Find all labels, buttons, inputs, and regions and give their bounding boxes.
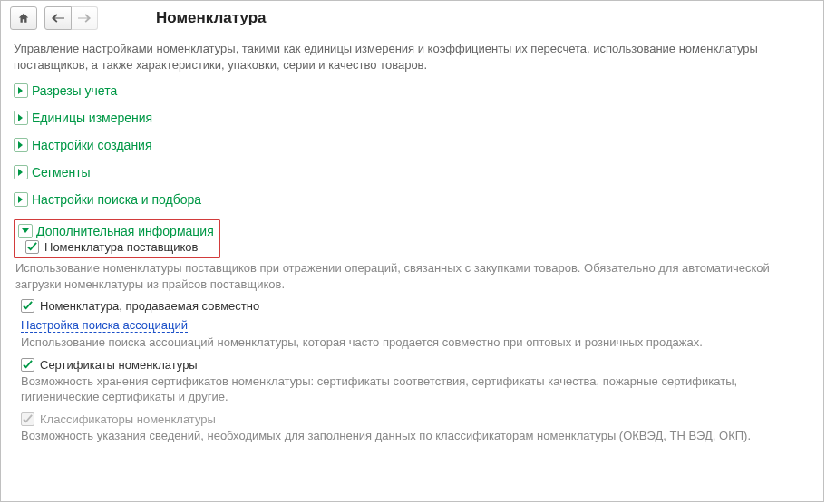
chevron-right-icon — [14, 111, 28, 125]
section-title: Разрезы учета — [32, 83, 117, 98]
window: Номенклатура Управление настройками номе… — [0, 0, 824, 502]
section-additional-info: Дополнительная информация Номенклатура п… — [14, 219, 811, 258]
section-header-create-settings[interactable]: Настройки создания — [14, 138, 811, 152]
section-search-settings: Настройки поиска и подбора — [14, 192, 811, 207]
checkbox-checked-icon — [21, 299, 34, 313]
section-title: Сегменты — [32, 165, 91, 179]
chevron-down-icon — [18, 224, 33, 238]
option-supplier-nomenclature[interactable]: Номенклатура поставщиков — [25, 240, 214, 254]
section-header-segments[interactable]: Сегменты — [14, 165, 811, 179]
nav-group — [44, 6, 102, 30]
home-button[interactable] — [10, 6, 37, 30]
section-create-settings: Настройки создания — [14, 138, 811, 152]
section-title: Дополнительная информация — [36, 224, 214, 238]
home-icon — [17, 12, 30, 24]
highlight-box: Дополнительная информация Номенклатура п… — [14, 219, 220, 258]
section-accounting: Разрезы учета — [14, 83, 811, 98]
option-desc-supplier: Использование номенклатуры поставщиков п… — [15, 260, 811, 292]
chevron-right-icon — [14, 192, 28, 207]
back-button[interactable] — [44, 6, 72, 30]
option-label: Номенклатура, продаваемая совместно — [40, 299, 259, 313]
section-header-units[interactable]: Единицы измерения — [14, 111, 811, 125]
chevron-right-icon — [14, 165, 28, 179]
content: Управление настройками номенклатуры, так… — [1, 34, 823, 460]
option-classifiers: Классификаторы номенклатуры — [21, 412, 811, 426]
chevron-right-icon — [14, 83, 28, 98]
option-desc-assoc: Использование поиска ассоциаций номенкла… — [21, 334, 811, 351]
section-segments: Сегменты — [14, 165, 811, 179]
section-title: Единицы измерения — [32, 111, 152, 125]
chevron-right-icon — [14, 138, 28, 152]
checkbox-checked-icon — [21, 358, 34, 372]
option-desc-classifiers: Возможность указания сведений, необходим… — [21, 428, 811, 444]
arrow-left-icon — [52, 14, 64, 23]
section-title: Настройки создания — [32, 138, 152, 152]
forward-button — [72, 6, 98, 30]
assoc-settings-link[interactable]: Настройка поиска ассоциаций — [21, 318, 188, 333]
option-label: Сертификаты номенклатуры — [40, 358, 198, 372]
option-certificates[interactable]: Сертификаты номенклатуры — [21, 358, 811, 372]
page-subtitle: Управление настройками номенклатуры, так… — [14, 41, 811, 73]
page-title: Номенклатура — [156, 9, 267, 27]
section-title: Настройки поиска и подбора — [32, 192, 201, 207]
arrow-right-icon — [78, 14, 91, 23]
section-header-search-settings[interactable]: Настройки поиска и подбора — [14, 192, 811, 207]
option-desc-certificates: Возможность хранения сертификатов номенк… — [21, 373, 811, 405]
checkbox-checked-icon — [25, 240, 39, 254]
option-label: Номенклатура поставщиков — [44, 240, 199, 254]
section-header-additional-info[interactable]: Дополнительная информация — [18, 224, 214, 238]
toolbar: Номенклатура — [1, 1, 823, 34]
checkbox-checked-disabled-icon — [21, 412, 34, 426]
option-sold-together[interactable]: Номенклатура, продаваемая совместно — [21, 299, 811, 313]
option-label: Классификаторы номенклатуры — [40, 412, 216, 426]
section-units: Единицы измерения — [14, 111, 811, 125]
section-header-accounting[interactable]: Разрезы учета — [14, 83, 811, 98]
